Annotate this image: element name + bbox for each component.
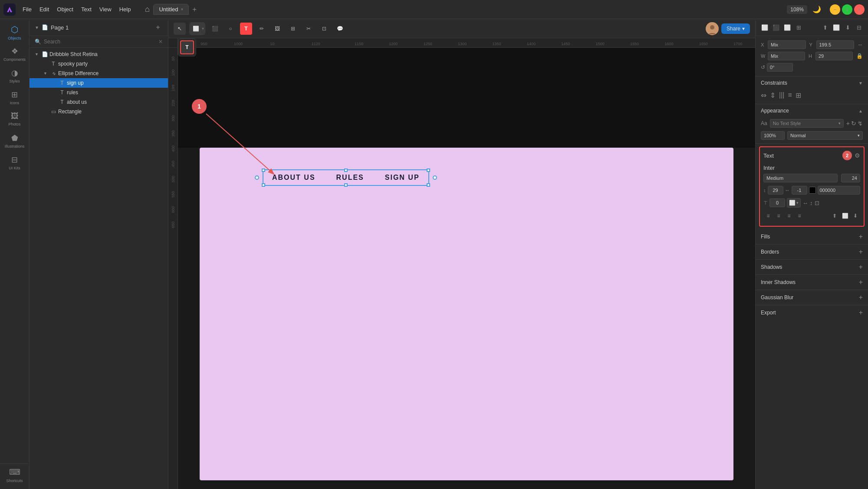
align-right-button[interactable]: ⬜ [783, 23, 792, 32]
nav-photos[interactable]: 🖼 Photos [4, 109, 25, 129]
text-color-hex[interactable]: 000000 [818, 186, 861, 195]
handle-br[interactable] [427, 183, 430, 187]
menu-help[interactable]: Help [116, 4, 135, 14]
hotspot-tool[interactable]: ⊞ [287, 23, 299, 35]
text-tool-active[interactable]: T [180, 40, 194, 54]
menu-text[interactable]: Text [78, 4, 95, 14]
layer-ellipse-diff[interactable]: ▼ ∿ Ellipse Difference [30, 69, 168, 78]
line-height-value[interactable]: 29 [768, 186, 783, 195]
layer-sign-up[interactable]: ▶ T sign up [30, 78, 168, 88]
align-center-btn[interactable]: ≡ [774, 211, 783, 221]
image-tool[interactable]: 🖼 [271, 23, 283, 35]
handle-tm[interactable] [344, 169, 348, 172]
handle-bm[interactable] [344, 183, 348, 187]
blend-mode-dropdown[interactable]: Normal ▾ [787, 131, 863, 140]
paragraph-spacing-value[interactable]: 0 [769, 198, 785, 207]
menu-edit[interactable]: Edit [36, 4, 53, 14]
valign-center-btn[interactable]: ⬜ [840, 211, 850, 221]
comment-tool[interactable]: 💬 [334, 23, 346, 35]
text-tool[interactable]: T [240, 23, 252, 35]
borders-header[interactable]: Borders + [756, 244, 868, 259]
h-value[interactable]: 29 [815, 52, 853, 60]
constraint-icon-2[interactable]: ⇕ [770, 91, 776, 99]
close-button[interactable]: × [854, 4, 865, 15]
handle-tr[interactable] [427, 169, 430, 172]
pen-tool[interactable]: ✏ [256, 23, 268, 35]
rounded-rect-tool[interactable]: ⬛ [209, 23, 221, 35]
layer-rectangle[interactable]: ▶ ▭ Rectangle [30, 107, 168, 116]
export-header[interactable]: Export + [756, 305, 868, 320]
nav-element[interactable]: ABOUT US RULES SIGN UP [263, 169, 429, 186]
nav-uikits[interactable]: ⊟ UI Kits [4, 152, 25, 173]
angle-value[interactable]: 0° [767, 63, 793, 72]
constraint-icon-4[interactable]: ≡ [788, 91, 792, 99]
inner-shadows-header[interactable]: Inner Shadows + [756, 275, 868, 290]
search-clear-button[interactable]: ✕ [158, 39, 163, 45]
add-style-icon[interactable]: + [846, 120, 850, 127]
shadows-header[interactable]: Shadows + [756, 260, 868, 274]
handle-tl[interactable] [262, 169, 265, 172]
zoom-display[interactable]: 108% [787, 5, 807, 14]
text-adjust-icon[interactable]: ⚙ [855, 152, 860, 159]
nav-components[interactable]: ❖ Components [4, 43, 25, 64]
layer-rules[interactable]: ▶ T rules [30, 88, 168, 97]
align-top-button[interactable]: ⬆ [820, 23, 830, 32]
text-fit-v[interactable]: ↕ [810, 200, 813, 206]
theme-toggle[interactable]: 🌙 [811, 3, 823, 16]
home-button[interactable]: ⌂ [141, 3, 153, 16]
circle-tool[interactable]: ○ [224, 23, 237, 35]
distribute-h-button[interactable]: ⊞ [794, 23, 803, 32]
menu-file[interactable]: File [19, 4, 35, 14]
layer-about-us[interactable]: ▶ T about us [30, 97, 168, 107]
letter-spacing-value[interactable]: -1 [792, 186, 807, 195]
align-bottom-button[interactable]: ⬇ [843, 23, 852, 32]
shape-tool[interactable]: ⬜ [191, 23, 201, 34]
nav-illustrations[interactable]: ⬟ Illustrations [4, 130, 25, 151]
align-center-h-button[interactable]: ⬛ [771, 23, 781, 32]
gaussian-blur-header[interactable]: Gaussian Blur + [756, 290, 868, 305]
gaussian-blur-add-button[interactable]: + [859, 294, 863, 301]
selection-handle-left-outer[interactable] [255, 175, 259, 180]
align-left-btn[interactable]: ≡ [763, 211, 773, 221]
tab-add-button[interactable]: + [189, 4, 200, 15]
handle-bl[interactable] [262, 183, 265, 187]
appearance-header[interactable]: Appearance ▲ [756, 104, 868, 117]
fills-header[interactable]: Fills + [756, 229, 868, 244]
text-frame-dropdown[interactable]: ⬜ ▾ [787, 198, 801, 208]
valign-bottom-btn[interactable]: ⬇ [851, 211, 860, 221]
share-button[interactable]: Share ▾ [721, 23, 750, 34]
inner-shadows-add-button[interactable]: + [859, 278, 863, 286]
text-fit-both[interactable]: ⊡ [815, 200, 819, 206]
detach-style-icon[interactable]: ↯ [858, 120, 863, 127]
select-tool[interactable]: ↖ [174, 23, 186, 35]
selection-handle-right-outer[interactable] [433, 175, 437, 180]
add-layer-button[interactable]: + [153, 23, 163, 32]
tab-close-button[interactable]: × [181, 7, 184, 12]
distribute-v-button[interactable]: ⊟ [854, 23, 864, 32]
text-color-swatch[interactable] [809, 187, 816, 194]
constraint-icon-3[interactable]: ||| [779, 91, 784, 99]
canvas-viewport[interactable]: ABOUT US RULES SIGN UP 1 [178, 48, 755, 489]
constraints-header[interactable]: Constraints ▼ [756, 76, 868, 89]
align-right-btn[interactable]: ≡ [784, 211, 794, 221]
sync-style-icon[interactable]: ↻ [851, 120, 856, 127]
borders-add-button[interactable]: + [859, 248, 863, 256]
w-value[interactable]: Mix [768, 52, 805, 60]
lock-ratio-icon[interactable]: 🔒 [856, 53, 863, 59]
layer-dribbble-shot[interactable]: ▼ 📄 Dribbble Shot Retina [30, 50, 168, 59]
align-left-button[interactable]: ⬜ [760, 23, 769, 32]
slice-tool[interactable]: ✂ [302, 23, 315, 35]
align-justify-btn[interactable]: ≡ [795, 211, 804, 221]
flip-h-icon[interactable]: ↔ [858, 42, 863, 48]
y-value[interactable]: 199.5 [816, 40, 855, 49]
search-input[interactable] [44, 39, 156, 45]
x-value[interactable]: Mix [768, 40, 806, 49]
menu-object[interactable]: Object [53, 4, 77, 14]
nav-objects[interactable]: ⬡ Objects [4, 22, 25, 43]
font-size-value[interactable]: 24 [841, 174, 860, 182]
opacity-value[interactable]: 100% [761, 131, 785, 140]
export-add-button[interactable]: + [859, 309, 863, 317]
constraint-icon-1[interactable]: ⇔ [761, 91, 766, 99]
more-tools[interactable]: ⊡ [318, 23, 330, 35]
font-weight-value[interactable]: Medium [763, 174, 838, 182]
